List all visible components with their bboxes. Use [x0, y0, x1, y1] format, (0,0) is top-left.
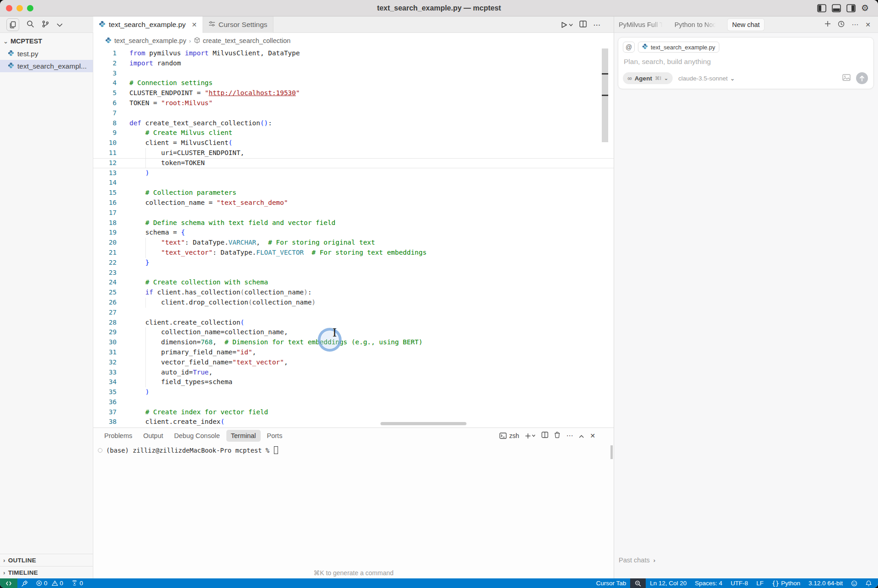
chat-more-icon[interactable]: ⋯: [851, 21, 858, 29]
panel-tab-ports[interactable]: Ports: [262, 430, 287, 442]
new-terminal-icon[interactable]: [525, 433, 535, 439]
panel-tab-debug-console[interactable]: Debug Console: [170, 430, 225, 442]
code-line[interactable]: 22 }: [93, 258, 614, 268]
code-line[interactable]: 17: [93, 208, 614, 218]
code-line[interactable]: 37 # Create index for vector field: [93, 407, 614, 417]
code-line[interactable]: 23: [93, 268, 614, 278]
tab-cursor-settings[interactable]: Cursor Settings: [203, 16, 273, 33]
code-line[interactable]: 11 uri=CLUSTER_ENDPOINT,: [93, 148, 614, 158]
breadcrumb-symbol[interactable]: create_text_search_collection: [203, 37, 291, 44]
search-icon[interactable]: [27, 20, 34, 30]
code-line[interactable]: 3: [93, 69, 614, 79]
code-line[interactable]: 4# Connection settings: [93, 78, 614, 88]
code-line[interactable]: 36: [93, 397, 614, 407]
python-interpreter-status[interactable]: 3.12.0 64-bit: [804, 578, 847, 588]
code-line[interactable]: 32 vector_field_name="text_vector",: [93, 358, 614, 368]
chat-input-card[interactable]: @ text_search_example.py Plan, search, b…: [618, 37, 874, 89]
send-message-button[interactable]: [856, 72, 868, 84]
toggle-right-sidebar-icon[interactable]: [846, 4, 856, 12]
code-line[interactable]: 34 field_types=schema: [93, 377, 614, 387]
shell-label[interactable]: zsh: [499, 432, 519, 439]
code-line[interactable]: 7: [93, 108, 614, 118]
language-mode-status[interactable]: {} Python: [768, 578, 804, 588]
source-control-icon[interactable]: [42, 20, 49, 30]
code-line[interactable]: 38 client.create_index(: [93, 417, 614, 427]
code-line[interactable]: 15 # Collection parameters: [93, 188, 614, 198]
tab-text-search-example[interactable]: text_search_example.py ✕: [93, 16, 203, 33]
attach-image-icon[interactable]: [842, 74, 851, 83]
add-context-button[interactable]: @: [623, 42, 635, 53]
code-line[interactable]: 9 # Create Milvus client: [93, 128, 614, 138]
breadcrumb-file[interactable]: text_search_example.py: [114, 37, 186, 44]
code-line[interactable]: 16 collection_name = "text_search_demo": [93, 198, 614, 208]
chat-history-icon[interactable]: [838, 21, 845, 29]
code-line[interactable]: 20 "text": DataType.VARCHAR, # For stori…: [93, 238, 614, 248]
more-actions-icon[interactable]: ⋯: [593, 21, 601, 29]
code-line[interactable]: 5CLUSTER_ENDPOINT = "http://localhost:19…: [93, 88, 614, 98]
code-line[interactable]: 29 collection_name=collection_name,: [93, 327, 614, 337]
code-line[interactable]: 35 ): [93, 387, 614, 397]
run-python-file-button[interactable]: [561, 21, 573, 28]
code-line[interactable]: 26 client.drop_collection(collection_nam…: [93, 298, 614, 308]
past-chats-link[interactable]: Past chats ›: [619, 556, 655, 564]
cursor-tab-status[interactable]: Cursor Tab: [592, 578, 630, 588]
toggle-left-sidebar-icon[interactable]: [817, 4, 826, 12]
encoding-status[interactable]: UTF-8: [727, 578, 752, 588]
code-line[interactable]: 31 primary_field_name="id",: [93, 347, 614, 358]
code-line[interactable]: 6TOKEN = "root:Milvus": [93, 98, 614, 108]
terminal-viewport[interactable]: (base) zilliz@zillizdeMacBook-Pro mcptes…: [93, 444, 614, 568]
cursor-position-status[interactable]: Ln 12, Col 20: [646, 578, 691, 588]
file-tree-item[interactable]: text_search_exampl...: [0, 60, 93, 72]
code-line[interactable]: 24 # Create collection with schema: [93, 278, 614, 288]
context-file-chip[interactable]: text_search_example.py: [638, 42, 719, 53]
chat-input-placeholder[interactable]: Plan, search, build anything: [618, 53, 873, 66]
code-line[interactable]: 8def create_text_search_collection():: [93, 118, 614, 128]
close-tab-icon[interactable]: ✕: [192, 21, 197, 28]
notifications-bell-icon[interactable]: [862, 578, 878, 588]
indentation-status[interactable]: Spaces: 4: [691, 578, 727, 588]
feedback-icon[interactable]: [847, 578, 862, 588]
launch-rocket-icon[interactable]: [17, 578, 32, 588]
code-line[interactable]: 30 dimension=768, # Dimension for text e…: [93, 337, 614, 347]
eol-status[interactable]: LF: [752, 578, 768, 588]
breadcrumb[interactable]: text_search_example.py › create_text_sea…: [93, 33, 614, 48]
panel-more-icon[interactable]: ⋯: [566, 432, 573, 440]
code-line[interactable]: 33 auto_id=True,: [93, 368, 614, 378]
split-editor-icon[interactable]: [579, 21, 587, 29]
code-editor[interactable]: 1from pymilvus import MilvusClient, Data…: [93, 48, 614, 428]
code-line[interactable]: 1from pymilvus import MilvusClient, Data…: [93, 48, 614, 59]
settings-gear-icon[interactable]: ⚙: [861, 3, 869, 13]
editor-horizontal-scrollbar[interactable]: [380, 422, 466, 425]
new-chat-plus-icon[interactable]: [824, 21, 831, 29]
maximize-panel-icon[interactable]: [579, 432, 584, 440]
zoom-status[interactable]: [630, 578, 646, 588]
project-root-row[interactable]: ⌄ MCPTEST: [0, 35, 93, 48]
chevron-down-icon[interactable]: [57, 21, 63, 29]
terminal-scrollbar[interactable]: [610, 445, 613, 459]
remote-indicator[interactable]: [0, 578, 17, 588]
toggle-bottom-panel-icon[interactable]: [832, 4, 841, 12]
chat-tab-pymilvus[interactable]: PyMilvus Full T: [619, 21, 664, 28]
code-line[interactable]: 2import random: [93, 59, 614, 69]
panel-tab-terminal[interactable]: Terminal: [226, 430, 261, 442]
code-line[interactable]: 28 client.create_collection(: [93, 318, 614, 328]
problems-indicator[interactable]: 0 0: [32, 578, 67, 588]
timeline-section-header[interactable]: › TIMELINE: [0, 566, 93, 578]
outline-section-header[interactable]: › OUTLINE: [0, 554, 93, 566]
file-tree-item[interactable]: test.py: [0, 48, 93, 60]
close-panel-icon[interactable]: ✕: [590, 432, 595, 439]
code-line[interactable]: 19 schema = {: [93, 228, 614, 238]
explorer-copy-icon[interactable]: [6, 18, 19, 31]
panel-tab-problems[interactable]: Problems: [100, 430, 137, 442]
code-line[interactable]: 18 # Define schema with text field and v…: [93, 218, 614, 228]
model-selector[interactable]: claude-3.5-sonnet ⌄: [678, 75, 735, 82]
chat-close-icon[interactable]: ✕: [865, 21, 871, 28]
agent-mode-selector[interactable]: ∞ Agent ⌘I ⌄: [623, 72, 673, 84]
chat-tab-python-to-node[interactable]: Python to Nod: [675, 21, 717, 28]
split-terminal-icon[interactable]: [541, 432, 548, 440]
chat-tab-new-chat[interactable]: New chat: [728, 19, 764, 31]
code-line[interactable]: 10 client = MilvusClient(: [93, 138, 614, 148]
ports-indicator[interactable]: 0: [67, 578, 87, 588]
code-line[interactable]: 14: [93, 178, 614, 188]
code-line[interactable]: 13 ): [93, 168, 614, 178]
